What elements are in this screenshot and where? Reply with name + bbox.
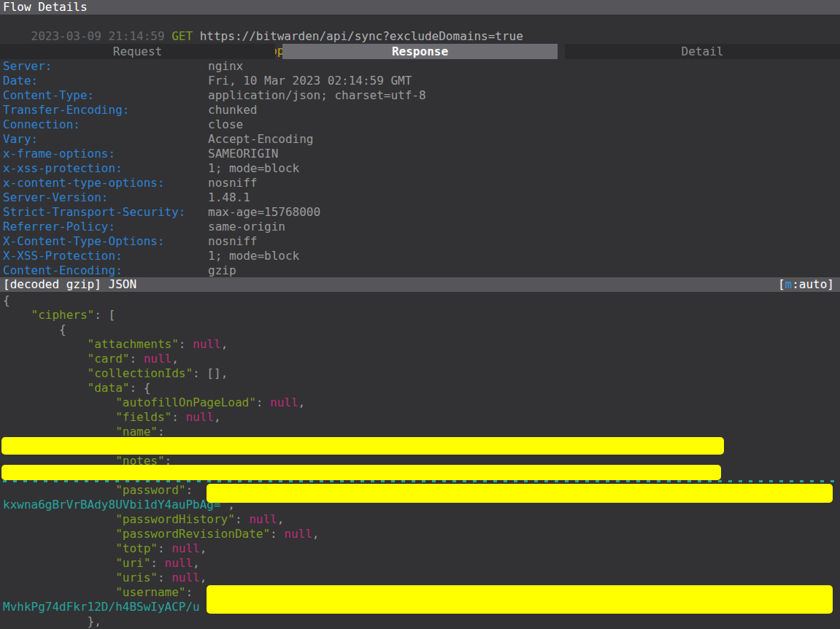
json-token-ws xyxy=(3,308,31,322)
json-token-punct: : xyxy=(235,512,249,526)
header-name: x-frame-options: xyxy=(3,147,208,161)
json-token-key: "data" xyxy=(88,381,130,395)
json-token-punct: : xyxy=(172,410,185,424)
json-token-key: "username" xyxy=(115,585,185,599)
json-response-body: { "ciphers": [ { "attachments": null, "c… xyxy=(0,292,840,629)
json-token-punct: , xyxy=(277,512,285,526)
json-line: "passwordHistory": null, xyxy=(3,512,840,527)
tab-detail[interactable]: Detail xyxy=(565,44,840,59)
header-name: X-Content-Type-Options: xyxy=(3,234,208,249)
header-row: Vary:Accept-Encoding xyxy=(0,132,840,147)
redaction-overlay xyxy=(1,465,721,480)
json-token-key: "attachments" xyxy=(88,337,179,351)
json-token-ws xyxy=(3,395,115,409)
json-token-punct: : xyxy=(185,585,193,599)
window-title-bar: Flow Details xyxy=(0,0,840,15)
json-token-null: null xyxy=(185,410,214,424)
json-line: }, xyxy=(3,614,840,629)
json-line: "data": { xyxy=(3,381,840,395)
header-row: Transfer-Encoding:chunked xyxy=(0,103,840,117)
header-name: Referrer-Policy: xyxy=(3,220,208,234)
json-line: "autofillOnPageLoad": null, xyxy=(3,395,840,410)
json-token-null: null xyxy=(284,527,312,541)
json-line: "fields": null, xyxy=(3,410,840,425)
json-token-ws xyxy=(3,527,115,541)
header-name: Vary: xyxy=(3,132,208,147)
tab-response[interactable]: Response xyxy=(282,44,558,59)
json-token-punct: }, xyxy=(88,614,101,628)
header-name: Date: xyxy=(3,74,208,88)
header-name: Server: xyxy=(3,59,208,74)
json-token-punct: : [ xyxy=(94,308,115,322)
json-line: "uri": null, xyxy=(3,556,840,571)
json-token-punct: , xyxy=(312,527,320,541)
header-name: x-xss-protection: xyxy=(3,161,208,176)
redaction-overlay xyxy=(1,437,724,455)
json-token-key: "uris" xyxy=(115,571,158,584)
view-mode-toggle[interactable]: [m:auto] xyxy=(778,277,834,292)
json-token-punct: , xyxy=(193,556,200,570)
header-name: X-XSS-Protection: xyxy=(3,249,208,263)
json-token-str: kxwna6gBrVrBAdy8UVbi1dY4auPbAg=" xyxy=(3,498,228,512)
header-row: Strict-Transport-Security:max-age=157680… xyxy=(0,205,840,220)
json-token-null: null xyxy=(193,337,221,351)
json-token-punct: , xyxy=(221,337,228,351)
json-token-null: null xyxy=(249,512,277,526)
header-row: Connection:close xyxy=(0,117,840,132)
json-token-punct: : xyxy=(270,527,284,541)
json-token-ws xyxy=(3,512,115,526)
json-token-key: "passwordRevisionDate" xyxy=(115,527,270,541)
flow-summary-line-1: 2023-03-09 21:14:59GEThttps://bitwarden/… xyxy=(0,15,840,29)
redaction-overlay xyxy=(207,585,833,614)
json-token-ws xyxy=(3,556,115,570)
window-title: Flow Details xyxy=(3,0,88,14)
header-value: Accept-Encoding xyxy=(208,132,314,146)
header-row: Server:nginx xyxy=(0,59,840,74)
content-view-label: [decoded gzip] JSON xyxy=(3,277,136,291)
header-value: 1.48.1 xyxy=(208,190,250,204)
header-name: x-content-type-options: xyxy=(3,176,208,190)
json-token-punct: : xyxy=(185,483,199,497)
json-token-key: "totp" xyxy=(115,541,158,555)
header-row: Server-Version:1.48.1 xyxy=(0,190,840,205)
json-line: "passwordRevisionDate": null, xyxy=(3,527,840,541)
json-token-ws xyxy=(3,366,88,380)
json-line: "card": null, xyxy=(3,352,840,366)
json-token-key: "fields" xyxy=(115,410,172,424)
header-row: x-content-type-options:nosniff xyxy=(0,176,840,190)
header-value: SAMEORIGIN xyxy=(208,147,278,161)
header-value: chunked xyxy=(208,103,257,117)
header-value: same-origin xyxy=(208,220,285,234)
header-name: Connection: xyxy=(3,117,208,132)
json-token-punct: : xyxy=(158,541,172,555)
json-line: "collectionIds": [], xyxy=(3,366,840,381)
mode-value: :auto] xyxy=(792,277,834,291)
content-view-bar: [decoded gzip] JSON [m:auto] xyxy=(0,277,840,292)
json-token-punct: : [], xyxy=(193,366,228,380)
header-name: Content-Type: xyxy=(3,88,208,103)
tab-request[interactable]: Request xyxy=(0,44,275,59)
json-token-punct: , xyxy=(200,541,207,555)
header-row: x-frame-options:SAMEORIGIN xyxy=(0,147,840,161)
json-token-ws xyxy=(3,323,59,336)
json-token-key: "collectionIds" xyxy=(88,366,193,380)
flow-summary-line-2: ←200OKapplication/json79.9k47ms xyxy=(0,29,840,44)
json-token-ws xyxy=(3,541,115,555)
redacted-text-remnant xyxy=(3,480,836,482)
json-token-key: "passwordHistory" xyxy=(115,512,235,526)
json-token-ws xyxy=(3,352,88,366)
json-token-str: MvhkPg74dFkr12D/h4BSwIyACP/u xyxy=(3,600,200,614)
json-token-null: null xyxy=(165,556,193,570)
json-token-punct: : xyxy=(256,395,270,409)
header-value: 1; mode=block xyxy=(208,161,299,175)
header-value: nosniff xyxy=(208,176,257,190)
json-token-punct: : xyxy=(158,571,172,584)
mode-bracket-open: [ xyxy=(778,277,785,291)
mode-key-hint: m xyxy=(785,277,793,291)
tab-bar: RequestResponseDetail xyxy=(0,44,840,59)
json-token-null: null xyxy=(270,395,298,409)
json-token-null: null xyxy=(172,571,200,584)
json-token-key: "card" xyxy=(88,352,130,366)
header-row: X-Content-Type-Options:nosniff xyxy=(0,234,840,249)
json-token-ws xyxy=(3,410,115,424)
